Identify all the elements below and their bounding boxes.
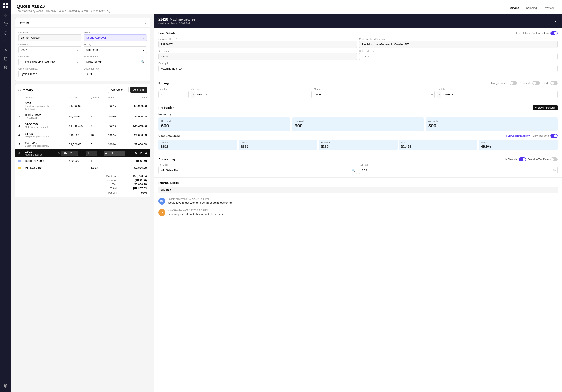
- app-logo[interactable]: [2, 2, 9, 9]
- description-label: Description: [158, 62, 558, 65]
- override-tax-rate-toggle[interactable]: [550, 157, 558, 161]
- svg-point-22: [5, 386, 6, 387]
- item-name-field: Item Name 22418: [158, 50, 357, 60]
- customer-item-id-label: Customer Item ID: [158, 38, 357, 40]
- page-title: Quote #1023: [16, 3, 110, 9]
- right-panel-menu-icon[interactable]: ⋮: [553, 19, 558, 24]
- add-item-button[interactable]: Add Item: [130, 87, 147, 93]
- subtotal-input[interactable]: [441, 91, 557, 98]
- discount-total-row: Discount ($800.00): [18, 178, 147, 182]
- sidebar-icon-list[interactable]: [2, 72, 10, 80]
- svg-rect-6: [4, 16, 5, 17]
- price-edit-input[interactable]: [60, 151, 78, 156]
- customer-item-toggle[interactable]: [550, 31, 558, 35]
- margin-based-toggle[interactable]: [510, 81, 517, 85]
- company-select[interactable]: ZB Precision Manufacturing ⌄: [18, 58, 82, 65]
- on-hand-value: 600: [161, 123, 288, 129]
- sidebar-icon-clipboard[interactable]: [2, 55, 10, 63]
- is-taxable-toggle[interactable]: [519, 157, 526, 161]
- tax-row[interactable]: MN Sales Tax 6.88% $3,836.98: [15, 164, 150, 171]
- sidebar-icon-cart[interactable]: [2, 20, 10, 28]
- table-row[interactable]: 2 DD316 Sheet P23231231 $6,900.00 1 100 …: [15, 112, 150, 121]
- pricing-section: Pricing Margin Based Discount T&M Quanti…: [154, 78, 562, 102]
- priority-field: Priority Moderate ⌄: [84, 43, 147, 53]
- note-avatar: YH: [158, 209, 165, 216]
- add-other-button[interactable]: Add Other ⌄: [108, 87, 129, 93]
- customer-contact-input[interactable]: Lydia Gibson: [18, 71, 82, 77]
- tax-code-input[interactable]: [159, 167, 350, 174]
- table-header: # List Item Unit Price Quantity Margin T…: [15, 95, 150, 100]
- svg-rect-1: [6, 3, 8, 5]
- tax-rate-field: Tax Rate %: [359, 164, 558, 174]
- priority-select[interactable]: Moderate ⌄: [84, 46, 147, 53]
- customer-po-input[interactable]: 8371: [84, 71, 147, 77]
- full-cost-breakdown-link[interactable]: ↪ Full Cost Breakdown: [504, 134, 530, 137]
- tax-search-icon[interactable]: 🔍: [350, 167, 357, 174]
- available-value: 300: [428, 123, 555, 129]
- sidebar-icon-layers[interactable]: [2, 64, 10, 71]
- tax-code-input-wrapper: 🔍: [158, 167, 357, 174]
- tab-preview[interactable]: Preview: [541, 5, 557, 11]
- discount-row[interactable]: Discount Name $800.00 1 ($800.00): [15, 157, 150, 164]
- customer-po-label: Customer PO#: [84, 67, 147, 70]
- currency-select[interactable]: USD ⌄: [18, 46, 82, 53]
- sales-person-select[interactable]: Rigby Derek 🔍: [84, 58, 147, 65]
- item-name-row: Item Name 22418 Unit of Measure Pieces ⌄: [158, 50, 558, 60]
- margin-pct-icon: %: [429, 91, 434, 98]
- sidebar-icon-activity[interactable]: [2, 46, 10, 54]
- table-row[interactable]: 4 CSA35 Tempered glass 35mm $100.00 10 1…: [15, 130, 150, 140]
- customer-item-id-input[interactable]: 73928474: [158, 41, 357, 48]
- is-taxable-label: Is Taxable: [505, 158, 517, 161]
- note-meta: Yusef Handerhoef 5/22/2022, 5:15 PM: [167, 209, 558, 212]
- table-row[interactable]: 3 SPCC 0586 Mold for exterior shell $11,…: [15, 121, 150, 130]
- accounting-section: Accounting Is Taxable Override Tax Rate …: [154, 154, 562, 178]
- margin-cost-card: Margin 49.9%: [479, 140, 558, 150]
- subtotal-field: Subtotal $: [437, 88, 558, 98]
- svg-rect-3: [6, 6, 8, 8]
- sidebar-icon-settings[interactable]: [2, 382, 10, 390]
- production-title-row: Production ↪ BOM / Routing: [158, 105, 558, 110]
- subtotal-label: Subtotal: [437, 88, 558, 90]
- bom-routing-button[interactable]: ↪ BOM / Routing: [533, 105, 558, 110]
- discount-label: Discount: [520, 82, 530, 85]
- tab-details[interactable]: Details: [507, 5, 522, 11]
- quantity-input[interactable]: [158, 91, 189, 98]
- table-row-selected[interactable]: 6 22418 Machine gear set $ 49.9 % $2,920…: [15, 149, 150, 157]
- customer-input[interactable]: Zieme - Gibson: [18, 34, 82, 41]
- inventory-cards: On Hand 600 Demand 300 Available 300: [158, 117, 558, 131]
- taxable-row: Is Taxable Override Tax Rate: [505, 157, 558, 161]
- uom-chevron-icon: ⌄: [553, 55, 555, 58]
- sidebar-icon-grid[interactable]: [2, 12, 10, 19]
- details-title: Details: [18, 21, 29, 25]
- item-details-title: Item Details Item Details Customer Item: [158, 31, 558, 35]
- sidebar-icon-box[interactable]: [2, 29, 10, 37]
- tax-grid: Tax Code 🔍 Tax Rate %: [158, 164, 558, 174]
- margin-badge: 49.9 %: [104, 151, 125, 156]
- item-name-input[interactable]: 22418: [158, 53, 357, 60]
- summary-actions: Add Other ⌄ Add Item: [108, 87, 147, 93]
- status-select[interactable]: Needs Approval ⌄: [84, 34, 147, 41]
- pricing-toggles: Margin Based Discount T&M: [491, 81, 558, 85]
- unit-of-measure-select[interactable]: Pieces ⌄: [359, 53, 558, 60]
- tab-shipping[interactable]: Shipping: [523, 5, 540, 11]
- qty-edit-input[interactable]: [86, 151, 97, 156]
- tax-code-label: Tax Code: [158, 164, 357, 166]
- note-item: RV Robert Vanderhoef 5/22/2022, 5:15 PM …: [158, 195, 558, 207]
- details-card: Details ⌄ Customer Zieme - Gibson Status…: [15, 18, 151, 81]
- table-row[interactable]: 5 VGP_CNB Sheet for subassembly $1,520.0…: [15, 140, 150, 149]
- sidebar-icon-calendar[interactable]: [2, 38, 10, 45]
- tax-rate-input[interactable]: [360, 167, 551, 174]
- customer-label: Customer: [18, 31, 82, 34]
- details-collapse-icon[interactable]: ⌄: [144, 21, 147, 25]
- unit-price-input[interactable]: [195, 91, 312, 98]
- discount-dot-icon: [18, 160, 21, 162]
- margin-input[interactable]: [314, 91, 429, 98]
- table-row[interactable]: 1 JC99 Sheet for subassembly $1,850.00 $…: [15, 100, 150, 112]
- tam-toggle[interactable]: [550, 81, 558, 85]
- right-panel-item-title: 22418 Machine gear set: [158, 18, 196, 21]
- customer-item-desc-input[interactable]: Precision manufacturer in Omaha, NE: [359, 41, 558, 48]
- currency-label: Currency: [18, 43, 82, 46]
- description-input[interactable]: Machine gear set: [158, 65, 558, 72]
- view-per-unit-toggle[interactable]: [550, 134, 558, 138]
- discount-toggle[interactable]: [532, 81, 540, 85]
